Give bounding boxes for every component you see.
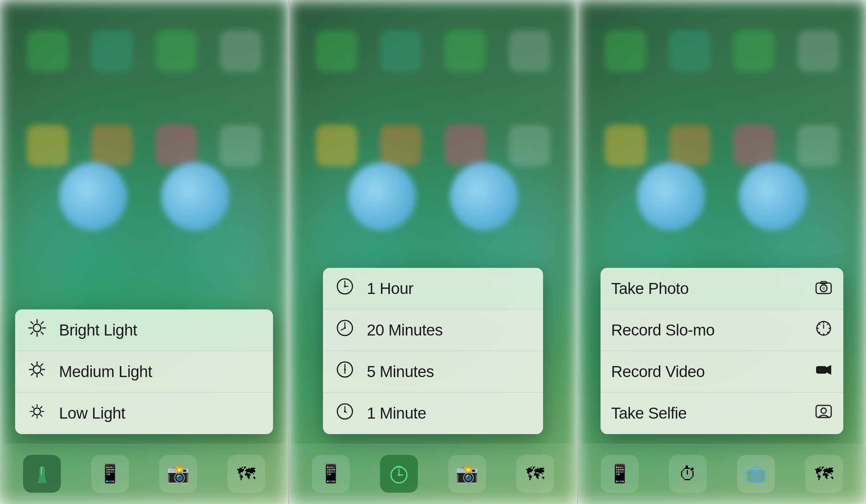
blue-dot (450, 162, 518, 230)
svg-line-63 (827, 323, 829, 325)
dock-icon-4[interactable]: 🗺 (227, 455, 265, 493)
twenty-minutes-item[interactable]: 20 Minutes (323, 309, 543, 351)
svg-point-50 (398, 474, 400, 476)
svg-line-14 (31, 364, 33, 366)
dock-1: 📱 📸 🗺 (0, 444, 288, 504)
record-video-item[interactable]: Record Video (601, 351, 843, 393)
one-hour-icon (334, 277, 356, 300)
record-slomo-item[interactable]: Record Slo-mo (601, 309, 843, 351)
five-minutes-label: 5 Minutes (367, 363, 434, 381)
svg-marker-29 (37, 477, 47, 483)
app-icon (220, 30, 261, 72)
app-icon (444, 30, 486, 72)
svg-point-42 (344, 369, 346, 371)
five-minutes-icon (334, 360, 356, 383)
medium-light-item[interactable]: Medium Light (15, 351, 273, 393)
take-photo-item[interactable]: Take Photo (601, 268, 843, 309)
take-selfie-item[interactable]: Take Selfie (601, 393, 843, 434)
svg-point-69 (821, 408, 826, 413)
blue-dots-1 (0, 162, 288, 230)
flashlight-context-menu: Bright Light Medium Light (15, 309, 273, 434)
twenty-minutes-label: 20 Minutes (367, 321, 442, 339)
five-minutes-item[interactable]: 5 Minutes (323, 351, 543, 393)
take-selfie-label: Take Selfie (611, 404, 687, 422)
svg-line-64 (819, 332, 820, 333)
svg-line-5 (31, 322, 33, 324)
app-icon (798, 125, 839, 166)
app-icon (155, 30, 197, 72)
app-icon (380, 125, 422, 166)
app-icon (669, 30, 711, 72)
svg-rect-30 (41, 468, 42, 475)
svg-line-62 (827, 332, 829, 333)
bright-light-icon (26, 318, 48, 342)
dock-2: 📱 📸 🗺 (289, 444, 577, 504)
app-icon (444, 125, 486, 166)
blue-dot (348, 162, 416, 230)
svg-line-16 (41, 364, 43, 366)
blue-dot (637, 162, 705, 230)
dock-icon-21[interactable]: 📱 (312, 455, 350, 493)
app-icon (27, 125, 68, 166)
record-video-icon (815, 361, 833, 383)
app-icon (798, 30, 839, 72)
app-icon (605, 30, 646, 72)
dock-icon-2[interactable]: 📱 (91, 455, 129, 493)
low-light-item[interactable]: Low Light (15, 393, 273, 434)
flashlight-panel: Bright Light Medium Light (0, 0, 288, 504)
camera-dock-icon[interactable] (737, 455, 775, 493)
app-icon (380, 30, 422, 72)
one-hour-item[interactable]: 1 Hour (323, 268, 543, 309)
camera-context-menu: Take Photo Record Slo-mo (601, 268, 843, 434)
dock-icon-23[interactable]: 📸 (448, 455, 486, 493)
svg-line-17 (31, 373, 33, 375)
svg-line-23 (32, 407, 34, 408)
blue-dot (161, 162, 229, 230)
app-icon (316, 125, 357, 166)
blue-dots-2 (289, 162, 577, 230)
medium-light-label: Medium Light (59, 363, 152, 381)
svg-marker-67 (827, 365, 831, 375)
app-icon (27, 30, 68, 72)
dock-icon-3[interactable]: 📸 (159, 455, 197, 493)
svg-point-55 (822, 287, 825, 290)
flashlight-dock-icon[interactable] (23, 455, 61, 493)
svg-rect-51 (396, 466, 402, 468)
svg-rect-28 (39, 469, 45, 477)
timer-dock-icon[interactable] (380, 455, 418, 493)
twenty-minutes-icon (334, 318, 356, 342)
one-hour-label: 1 Hour (367, 280, 413, 298)
svg-point-34 (344, 286, 346, 288)
app-icon (733, 30, 775, 72)
svg-point-38 (344, 327, 346, 329)
take-photo-label: Take Photo (611, 280, 689, 298)
blue-dots-3 (578, 162, 866, 230)
timer-panel: 1 Hour 20 Minutes (288, 0, 577, 504)
take-photo-icon (815, 278, 833, 300)
low-light-label: Low Light (59, 404, 125, 422)
dock-icon-24[interactable]: 🗺 (516, 455, 554, 493)
dock-icon-32[interactable]: ⏱ (669, 455, 707, 493)
svg-rect-66 (816, 366, 827, 374)
one-minute-item[interactable]: 1 Minute (323, 393, 543, 434)
app-icon (220, 125, 261, 166)
bright-light-item[interactable]: Bright Light (15, 309, 273, 351)
record-slomo-label: Record Slo-mo (611, 321, 715, 339)
take-selfie-icon (815, 402, 833, 424)
svg-line-15 (41, 373, 43, 375)
svg-point-46 (344, 410, 346, 412)
app-icon (91, 30, 133, 72)
svg-rect-72 (752, 467, 760, 471)
dock-icon-31[interactable]: 📱 (601, 455, 639, 493)
svg-line-25 (40, 407, 42, 408)
medium-light-icon (26, 360, 48, 383)
svg-point-0 (33, 324, 41, 332)
svg-line-7 (41, 322, 43, 324)
dock-icon-34[interactable]: 🗺 (805, 455, 843, 493)
app-icon (509, 30, 550, 72)
bright-light-label: Bright Light (59, 321, 137, 339)
app-icon (669, 125, 711, 166)
svg-rect-27 (40, 467, 44, 469)
app-icon (316, 30, 357, 72)
svg-line-8 (31, 332, 33, 334)
